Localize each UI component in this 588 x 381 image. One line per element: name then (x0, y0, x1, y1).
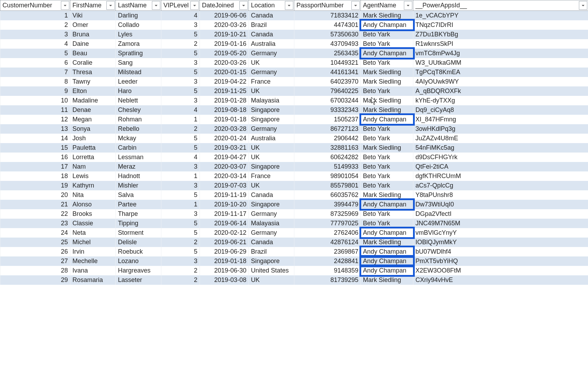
cell-vip[interactable]: 3 (161, 209, 200, 219)
cell-loc[interactable]: UK (249, 143, 294, 153)
table-row[interactable]: 17NamMeraz32020-03-07Singapore5149933Bet… (0, 162, 588, 171)
cell-loc[interactable]: Canada (249, 238, 294, 247)
cell-date[interactable]: 2019-04-22 (200, 77, 249, 86)
cell-last[interactable]: Haro (116, 86, 161, 96)
cell-date[interactable]: 2019-10-21 (200, 30, 249, 39)
table-row[interactable]: 23ClassieTipping52019-06-14Malayasia7779… (0, 219, 588, 228)
cell-agent[interactable]: Andy Champan (361, 256, 413, 266)
cell-passport[interactable]: 42876124 (294, 238, 361, 247)
cell-loc[interactable]: Canada (249, 30, 294, 39)
cell-pa[interactable]: TNqzC7IDrRI (413, 20, 588, 30)
cell-loc[interactable]: Australia (249, 39, 294, 49)
table-row[interactable]: 22BrooksTharpe32019-11-17Germany87325969… (0, 209, 588, 219)
cell-agent[interactable]: Andy Champan (361, 247, 413, 256)
cell-agent[interactable]: Mark Siedling (361, 68, 413, 77)
cell-last[interactable]: Meraz (116, 162, 161, 171)
cell-vip[interactable]: 2 (161, 275, 200, 285)
filter-dropdown-button[interactable] (152, 1, 160, 10)
cell-first[interactable]: Rosamaria (70, 275, 116, 285)
cell-vip[interactable]: 4 (161, 105, 200, 115)
cell-last[interactable]: Chesley (116, 105, 161, 115)
cell-first[interactable]: Classie (70, 219, 116, 228)
cell-loc[interactable]: UK (249, 181, 294, 190)
cell-agent[interactable]: Mark Siedling (361, 238, 413, 247)
cell-passport[interactable]: 2762406 (294, 228, 361, 238)
cell-pa[interactable]: 1e_vCACbYPY (413, 11, 588, 21)
cell-agent[interactable]: Beto Yark (361, 58, 413, 68)
cell-first[interactable]: Beau (70, 49, 116, 58)
cell-pa[interactable]: Z7Du1BKYbBg (413, 30, 588, 39)
cell-pa[interactable]: d9DsCFHGYrk (413, 153, 588, 162)
cell-passport[interactable]: 57350630 (294, 30, 361, 39)
cell-customer[interactable]: 25 (0, 238, 70, 247)
cell-pa[interactable]: kYhE-dyTXXg (413, 96, 588, 105)
table-row[interactable]: 10MadalineNeblett32019-01-28Malayasia670… (0, 96, 588, 105)
cell-last[interactable]: Rebello (116, 124, 161, 134)
cell-vip[interactable]: 3 (161, 162, 200, 171)
table-row[interactable]: 28IvanaHargreaves22019-06-30United State… (0, 266, 588, 275)
cell-pa[interactable]: bU07WDlhf4 (413, 247, 588, 256)
cell-customer[interactable]: 13 (0, 124, 70, 134)
cell-first[interactable]: Pauletta (70, 143, 116, 153)
cell-last[interactable]: Leeder (116, 77, 161, 86)
cell-vip[interactable]: 3 (161, 181, 200, 190)
cell-customer[interactable]: 27 (0, 256, 70, 266)
cell-date[interactable]: 2020-02-12 (200, 228, 249, 238)
cell-pa[interactable]: Dq9_ciCyAq8 (413, 105, 588, 115)
cell-passport[interactable]: 4474301 (294, 20, 361, 30)
cell-vip[interactable]: 2 (161, 124, 200, 134)
table-row[interactable]: 24NetaStorment52020-02-12Germany2762406A… (0, 228, 588, 238)
cell-date[interactable]: 2019-11-25 (200, 86, 249, 96)
cell-customer[interactable]: 3 (0, 30, 70, 39)
cell-date[interactable]: 2019-01-16 (200, 39, 249, 49)
cell-vip[interactable]: 5 (161, 30, 200, 39)
cell-loc[interactable]: Malayasia (249, 219, 294, 228)
cell-customer[interactable]: 15 (0, 143, 70, 153)
table-row[interactable]: 4DaineZamora22019-01-16Australia43709493… (0, 39, 588, 49)
cell-vip[interactable]: 3 (161, 96, 200, 105)
table-row[interactable]: 7ThresaMilstead52020-01-15Germany4416134… (0, 68, 588, 77)
cell-date[interactable]: 2019-03-08 (200, 275, 249, 285)
cell-passport[interactable]: 86727123 (294, 124, 361, 134)
col-header-loc[interactable]: Location (249, 0, 294, 11)
cell-first[interactable]: Irvin (70, 247, 116, 256)
cell-customer[interactable]: 14 (0, 134, 70, 143)
cell-passport[interactable]: 79640225 (294, 86, 361, 96)
cell-passport[interactable]: 98901054 (294, 171, 361, 181)
cell-customer[interactable]: 17 (0, 162, 70, 171)
cell-loc[interactable]: Brazil (249, 247, 294, 256)
cell-passport[interactable]: 2563435 (294, 49, 361, 58)
cell-vip[interactable]: 3 (161, 256, 200, 266)
cell-customer[interactable]: 1 (0, 11, 70, 21)
cell-pa[interactable]: X2EW3OO8FtM (413, 266, 588, 275)
cell-loc[interactable]: France (249, 171, 294, 181)
cell-loc[interactable]: UK (249, 275, 294, 285)
cell-passport[interactable]: 93332343 (294, 105, 361, 115)
cell-first[interactable]: Tawny (70, 77, 116, 86)
cell-first[interactable]: Coralie (70, 58, 116, 68)
table-row[interactable]: 27MechelleLozano32019-01-18Singapore2428… (0, 256, 588, 266)
table-row[interactable]: 14JoshMckay52020-01-24Australia2906442Be… (0, 134, 588, 143)
cell-customer[interactable]: 11 (0, 105, 70, 115)
cell-passport[interactable]: 1505237 (294, 115, 361, 124)
cell-last[interactable]: Milstead (116, 68, 161, 77)
col-header-date[interactable]: DateJoined (200, 0, 249, 11)
cell-passport[interactable]: 2906442 (294, 134, 361, 143)
cell-date[interactable]: 2019-11-17 (200, 209, 249, 219)
cell-passport[interactable]: 2369867 (294, 247, 361, 256)
cell-date[interactable]: 2020-03-07 (200, 162, 249, 171)
data-table[interactable]: CustomerNumberFirstNameLastNameVIPLevelD… (0, 0, 588, 285)
cell-loc[interactable]: Canada (249, 11, 294, 21)
cell-vip[interactable]: 5 (161, 228, 200, 238)
cell-vip[interactable]: 5 (161, 49, 200, 58)
cell-first[interactable]: Kathyrn (70, 181, 116, 190)
cell-pa[interactable]: PmXT5vbYiHQ (413, 256, 588, 266)
cell-vip[interactable]: 3 (161, 20, 200, 30)
cell-passport[interactable]: 71833412 (294, 11, 361, 21)
cell-first[interactable]: Daine (70, 39, 116, 49)
cell-vip[interactable]: 5 (161, 190, 200, 200)
cell-last[interactable]: Salva (116, 190, 161, 200)
cell-loc[interactable]: Singapore (249, 256, 294, 266)
cell-date[interactable]: 2019-06-14 (200, 219, 249, 228)
cell-first[interactable]: Thresa (70, 68, 116, 77)
